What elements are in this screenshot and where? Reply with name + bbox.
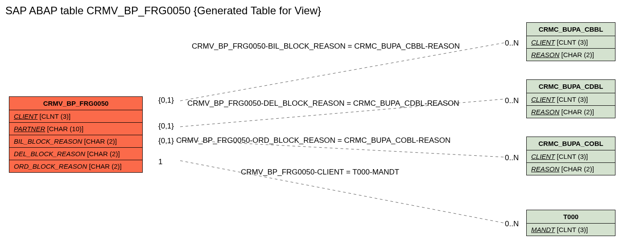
relation-label: CRMV_BP_FRG0050-CLIENT = T000-MANDT <box>241 168 399 177</box>
entity-ref-title: CRMC_BUPA_CBBL <box>527 23 615 36</box>
entity-ref-field: REASON [CHAR (2)] <box>527 49 615 61</box>
entity-primary-field: DEL_BLOCK_REASON [CHAR (2)] <box>9 148 142 160</box>
field-name: PARTNER <box>14 125 45 133</box>
cardinality-right: 0..N <box>505 39 519 48</box>
cardinality-right: 0..N <box>505 220 519 228</box>
cardinality-left: 1 <box>158 158 162 166</box>
cardinality-left: {0,1} <box>158 96 174 105</box>
entity-ref-field: CLIENT [CLNT (3)] <box>527 36 615 49</box>
cardinality-left: {0,1} <box>158 137 174 145</box>
entity-primary-field: PARTNER [CHAR (10)] <box>9 123 142 135</box>
field-type: [CHAR (2)] <box>89 162 121 170</box>
field-type: [CHAR (2)] <box>561 108 594 116</box>
cardinality-left: {0,1} <box>158 122 174 131</box>
svg-line-0 <box>180 43 504 101</box>
field-name: DEL_BLOCK_REASON <box>14 150 85 158</box>
entity-primary: CRMV_BP_FRG0050 CLIENT [CLNT (3)] PARTNE… <box>9 96 143 173</box>
field-type: [CLNT (3)] <box>557 226 588 233</box>
entity-ref-cdbl: CRMC_BUPA_CDBL CLIENT [CLNT (3)] REASON … <box>526 79 615 118</box>
field-type: [CLNT (3)] <box>557 96 588 103</box>
cardinality-right: 0..N <box>505 154 519 162</box>
field-name: CLIENT <box>531 38 555 46</box>
field-type: [CHAR (2)] <box>561 51 594 58</box>
field-type: [CHAR (2)] <box>84 137 117 145</box>
page-title: SAP ABAP table CRMV_BP_FRG0050 {Generate… <box>5 4 321 17</box>
field-name: BIL_BLOCK_REASON <box>14 137 82 145</box>
entity-ref-title: T000 <box>527 210 615 224</box>
entity-ref-field: REASON [CHAR (2)] <box>527 163 615 175</box>
entity-primary-field: CLIENT [CLNT (3)] <box>9 110 142 123</box>
entity-primary-field: ORD_BLOCK_REASON [CHAR (2)] <box>9 160 142 172</box>
field-type: [CLNT (3)] <box>40 112 71 120</box>
relation-label: CRMV_BP_FRG0050-BIL_BLOCK_REASON = CRMC_… <box>192 42 460 51</box>
entity-ref-cbbl: CRMC_BUPA_CBBL CLIENT [CLNT (3)] REASON … <box>526 22 615 61</box>
field-name: REASON <box>531 165 559 173</box>
field-type: [CHAR (2)] <box>561 165 594 173</box>
relation-label: CRMV_BP_FRG0050-ORD_BLOCK_REASON = CRMC_… <box>176 136 450 145</box>
cardinality-right: 0..N <box>505 96 519 105</box>
field-type: [CHAR (10)] <box>47 125 83 133</box>
entity-ref-field: CLIENT [CLNT (3)] <box>527 93 615 106</box>
field-name: CLIENT <box>531 96 555 103</box>
entity-ref-t000: T000 MANDT [CLNT (3)] <box>526 210 615 236</box>
field-name: CLIENT <box>14 112 37 120</box>
entity-ref-cobl: CRMC_BUPA_COBL CLIENT [CLNT (3)] REASON … <box>526 137 615 175</box>
entity-ref-field: MANDT [CLNT (3)] <box>527 224 615 236</box>
field-name: MANDT <box>531 226 555 233</box>
entity-primary-title: CRMV_BP_FRG0050 <box>9 97 142 110</box>
entity-ref-field: REASON [CHAR (2)] <box>527 106 615 118</box>
entity-primary-field: BIL_BLOCK_REASON [CHAR (2)] <box>9 135 142 148</box>
relation-label: CRMV_BP_FRG0050-DEL_BLOCK_REASON = CRMC_… <box>187 99 459 108</box>
entity-ref-title: CRMC_BUPA_CDBL <box>527 80 615 93</box>
field-type: [CLNT (3)] <box>557 153 588 160</box>
entity-ref-field: CLIENT [CLNT (3)] <box>527 150 615 163</box>
field-name: REASON <box>531 108 559 116</box>
field-name: ORD_BLOCK_REASON <box>14 162 87 170</box>
field-name: REASON <box>531 51 559 58</box>
entity-ref-title: CRMC_BUPA_COBL <box>527 137 615 150</box>
field-name: CLIENT <box>531 153 555 160</box>
field-type: [CLNT (3)] <box>557 38 588 46</box>
field-type: [CHAR (2)] <box>87 150 120 158</box>
